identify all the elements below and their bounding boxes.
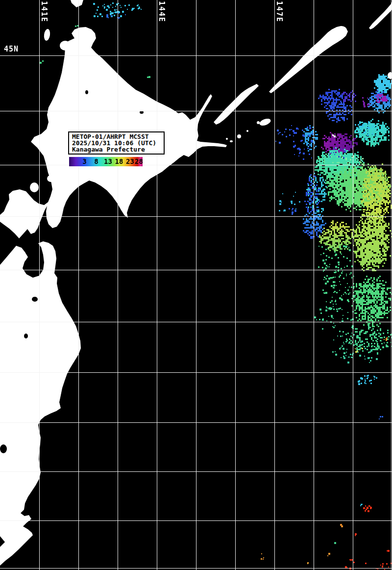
lon-label-141e: 141E [40,1,49,23]
color-scale-tick-8: 8 [94,157,98,165]
color-scale-tick-3: 3 [82,157,86,165]
sst-map: 141E 144E 147E 45N METOP-01/AHRPT MCSST … [0,0,392,570]
info-box: METOP-01/AHRPT MCSST 2025/10/31 10:06 (U… [68,131,165,155]
map-canvas [0,0,392,570]
lon-label-147e: 147E [275,1,284,23]
lat-label-45n: 45N [4,45,19,53]
color-scale-tick-18: 18 [115,157,123,165]
color-scale-tick-23: 23 [126,157,134,165]
color-scale-tick-13: 13 [104,157,112,165]
lon-label-144e: 144E [157,1,166,23]
color-scale-tick-28: 28 [135,157,143,165]
info-region: Kanagawa Prefecture [72,146,161,153]
color-scale: 3 8 13 18 23 28 [69,156,143,167]
